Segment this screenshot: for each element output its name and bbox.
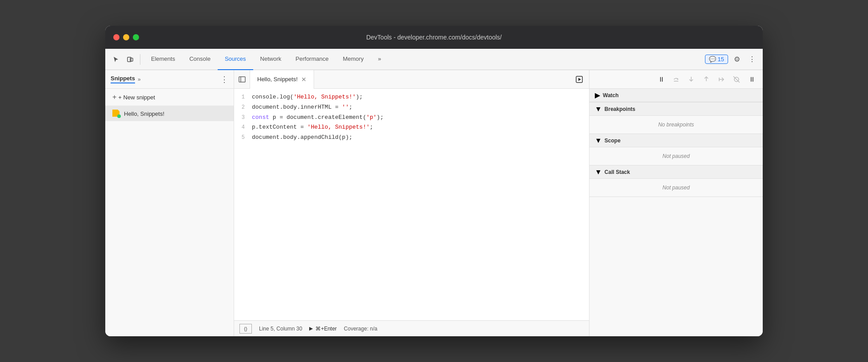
sidebar-title: Snippets	[111, 75, 135, 83]
section-breakpoints-header[interactable]: Breakpoints	[589, 102, 763, 116]
scope-expand-icon	[595, 137, 602, 145]
deactivate-breakpoints-icon[interactable]	[731, 74, 742, 85]
new-snippet-button[interactable]: + + New snippet	[105, 89, 234, 106]
section-scope: Scope Not paused	[589, 134, 763, 165]
watch-expand-icon	[595, 91, 600, 99]
section-breakpoints: Breakpoints No breakpoints	[589, 102, 763, 134]
tab-console[interactable]: Console	[182, 49, 218, 70]
sidebar: Snippets » ⋮ + + New snippet Hello, Snip…	[105, 70, 234, 336]
run-shortcut: ⌘+Enter	[315, 326, 337, 332]
svg-rect-1	[130, 58, 133, 61]
settings-icon[interactable]: ⚙	[731, 53, 743, 66]
run-snippet-button[interactable]	[573, 73, 585, 86]
line-number-4: 4	[234, 123, 252, 132]
format-button[interactable]: {}	[239, 324, 252, 334]
scope-title: Scope	[605, 138, 621, 144]
more-options-icon[interactable]: ⋮	[746, 53, 758, 66]
editor-area: Hello, Snippets! ✕ 1 console.log('Hello,…	[234, 70, 589, 336]
line-number-2: 2	[234, 103, 252, 112]
line-content-4: p.textContent = 'Hello, Snippets!';	[252, 123, 589, 132]
devtools-window: DevTools - developer.chrome.com/docs/dev…	[105, 26, 763, 336]
section-scope-header[interactable]: Scope	[589, 134, 763, 147]
device-toolbar-icon[interactable]	[124, 53, 136, 66]
line-number-5: 5	[234, 134, 252, 142]
badge-icon: 💬	[709, 56, 716, 63]
line-number-1: 1	[234, 93, 252, 102]
step-over-button[interactable]	[670, 74, 682, 85]
debug-toolbar: ⏸	[589, 70, 763, 89]
section-call-stack-header[interactable]: Call Stack	[589, 165, 763, 179]
pause-button[interactable]: ⏸	[655, 74, 667, 85]
editor-tab-hello-snippets[interactable]: Hello, Snippets! ✕	[250, 70, 314, 89]
call-stack-body: Not paused	[589, 179, 763, 197]
tab-memory[interactable]: Memory	[336, 49, 371, 70]
main-toolbar: Elements Console Sources Network Perform…	[105, 49, 763, 70]
snippet-item[interactable]: Hello, Snippets!	[105, 106, 234, 121]
watch-title: Watch	[603, 92, 619, 98]
step-out-button[interactable]	[701, 74, 712, 85]
breakpoints-body: No breakpoints	[589, 116, 763, 134]
tab-more[interactable]: »	[371, 49, 388, 70]
editor-statusbar: {} Line 5, Column 30 ▶ ⌘+Enter Coverage:…	[234, 320, 589, 336]
section-watch-header[interactable]: Watch	[589, 89, 763, 102]
sidebar-menu-icon[interactable]: ⋮	[220, 75, 228, 84]
tab-sources[interactable]: Sources	[218, 49, 253, 70]
editor-tabs: Hello, Snippets! ✕	[234, 70, 589, 89]
call-stack-empty-label: Not paused	[662, 185, 689, 191]
section-call-stack: Call Stack Not paused	[589, 165, 763, 197]
editor-sidebar-toggle[interactable]	[234, 70, 250, 89]
code-line-5: 5 document.body.appendChild(p);	[234, 133, 589, 143]
svg-rect-2	[239, 77, 245, 82]
cursor-tool-icon[interactable]	[110, 53, 122, 66]
close-button[interactable]	[113, 34, 119, 40]
line-content-1: console.log('Hello, Snippets!');	[252, 93, 589, 102]
call-stack-expand-icon	[595, 168, 602, 176]
code-line-2: 2 document.body.innerHTML = '';	[234, 102, 589, 113]
editor-tab-close-icon[interactable]: ✕	[301, 76, 307, 83]
snippet-name: Hello, Snippets!	[124, 110, 164, 117]
minimize-button[interactable]	[123, 34, 129, 40]
scope-empty-label: Not paused	[662, 153, 689, 159]
snippet-file-icon	[112, 110, 120, 118]
badge-count: 15	[718, 56, 724, 63]
line-content-2: document.body.innerHTML = '';	[252, 103, 589, 112]
line-content-5: document.body.appendChild(p);	[252, 133, 589, 142]
call-stack-title: Call Stack	[605, 169, 630, 175]
section-watch: Watch	[589, 89, 763, 102]
new-snippet-label: + New snippet	[118, 94, 155, 101]
sidebar-body: + + New snippet Hello, Snippets!	[105, 89, 234, 336]
coverage-status: Coverage: n/a	[344, 326, 377, 332]
editor-tab-label: Hello, Snippets!	[257, 76, 298, 83]
sidebar-header: Snippets » ⋮	[105, 70, 234, 89]
tab-elements[interactable]: Elements	[144, 49, 182, 70]
step-button[interactable]	[716, 74, 727, 85]
sidebar-more-tabs-icon[interactable]: »	[138, 76, 141, 83]
main-content: Snippets » ⋮ + + New snippet Hello, Snip…	[105, 70, 763, 336]
run-command[interactable]: ▶ ⌘+Enter	[309, 326, 337, 332]
right-panel: ⏸	[589, 70, 763, 336]
code-line-1: 1 console.log('Hello, Snippets!');	[234, 92, 589, 102]
cursor-position: Line 5, Column 30	[259, 326, 302, 332]
step-into-button[interactable]	[685, 74, 697, 85]
scope-body: Not paused	[589, 147, 763, 165]
toolbar-divider	[140, 54, 140, 65]
run-triangle-icon: ▶	[309, 326, 313, 331]
titlebar: DevTools - developer.chrome.com/docs/dev…	[105, 26, 763, 49]
svg-marker-5	[578, 78, 581, 81]
plus-icon: +	[112, 93, 116, 101]
line-number-3: 3	[234, 114, 252, 122]
maximize-button[interactable]	[133, 34, 139, 40]
breakpoints-empty-label: No breakpoints	[658, 122, 694, 128]
tab-bar: Elements Console Sources Network Perform…	[144, 49, 703, 70]
line-content-3: const p = document.createElement('p');	[252, 113, 589, 122]
tab-performance[interactable]: Performance	[288, 49, 335, 70]
tab-network[interactable]: Network	[253, 49, 289, 70]
toolbar-right: 💬 15 ⚙ ⋮	[705, 53, 758, 66]
notifications-badge[interactable]: 💬 15	[705, 55, 728, 64]
code-editor[interactable]: 1 console.log('Hello, Snippets!'); 2 doc…	[234, 89, 589, 320]
code-line-4: 4 p.textContent = 'Hello, Snippets!';	[234, 122, 589, 133]
breakpoints-expand-icon	[595, 105, 602, 113]
window-title: DevTools - developer.chrome.com/docs/dev…	[366, 34, 502, 41]
pause-on-exceptions-button[interactable]: ⏸	[746, 74, 757, 85]
code-line-3: 3 const p = document.createElement('p');	[234, 113, 589, 123]
